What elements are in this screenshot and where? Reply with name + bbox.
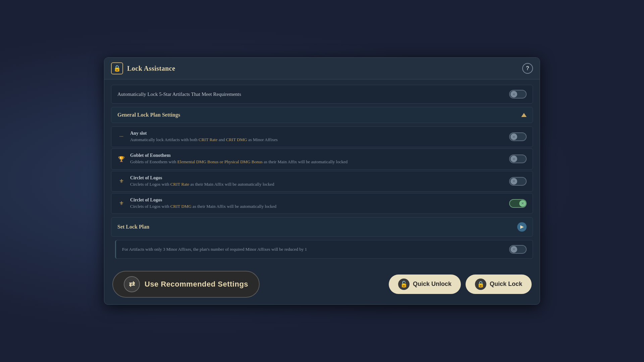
any-slot-toggle-knob bbox=[511, 133, 517, 140]
set-lock-plan-arrow: ▶ bbox=[517, 222, 527, 232]
goblet-item: 🏆 Goblet of Eonothem Goblets of Eonothem… bbox=[111, 148, 533, 169]
recommended-icon: ⇄ bbox=[124, 276, 140, 292]
circlet1-desc: Circlets of Logos with CRIT Rate as thei… bbox=[130, 181, 504, 187]
minor-affixes-text: For Artifacts with only 3 Minor Affixes,… bbox=[122, 247, 504, 252]
circlet1-item: ⚜ Circlet of Logos Circlets of Logos wit… bbox=[111, 171, 533, 192]
circlet1-icon: ⚜ bbox=[117, 178, 125, 184]
circlet1-toggle-knob bbox=[511, 178, 517, 185]
goblet-toggle-knob bbox=[511, 156, 517, 162]
general-lock-title: General Lock Plan Settings bbox=[117, 112, 180, 118]
circlet2-item: ⚜ Circlet of Logos Circlets of Logos wit… bbox=[111, 193, 533, 214]
auto-lock-row: Automatically Lock 5-Star Artifacts That… bbox=[111, 85, 533, 104]
minor-affixes-toggle-knob bbox=[511, 246, 517, 253]
help-button[interactable]: ? bbox=[522, 63, 533, 74]
any-slot-toggle[interactable] bbox=[509, 132, 527, 141]
recommended-label: Use Recommended Settings bbox=[145, 280, 248, 289]
dialog-title: Lock Assistance bbox=[127, 65, 175, 72]
circlet1-toggle[interactable] bbox=[509, 177, 527, 186]
lock-assistance-dialog: 🔒 Lock Assistance ? Automatically Lock 5… bbox=[104, 57, 540, 305]
elemental-dmg-highlight: Elemental DMG Bonus or Physical DMG Bonu… bbox=[177, 159, 263, 164]
goblet-toggle[interactable] bbox=[509, 155, 527, 163]
crit-rate-highlight: CRIT Rate bbox=[199, 137, 217, 142]
quick-unlock-button[interactable]: 🔓 Quick Unlock bbox=[389, 275, 461, 294]
auto-lock-toggle-knob bbox=[511, 91, 517, 98]
any-slot-item: ··· Any slot Automatically lock Artifact… bbox=[111, 126, 533, 147]
goblet-content: Goblet of Eonothem Goblets of Eonothem w… bbox=[130, 153, 504, 165]
header-left: 🔒 Lock Assistance bbox=[111, 62, 175, 74]
goblet-title: Goblet of Eonothem bbox=[130, 153, 504, 158]
dialog-header: 🔒 Lock Assistance ? bbox=[104, 58, 540, 79]
circlet2-toggle[interactable] bbox=[509, 199, 527, 208]
crit-rate-circlet-highlight: CRIT Rate bbox=[170, 182, 189, 187]
goblet-icon: 🏆 bbox=[117, 156, 125, 162]
circlet2-toggle-knob bbox=[519, 200, 526, 207]
quick-lock-button[interactable]: 🔒 Quick Lock bbox=[466, 275, 532, 294]
general-lock-section-header[interactable]: General Lock Plan Settings bbox=[111, 107, 533, 123]
minor-affixes-row: For Artifacts with only 3 Minor Affixes,… bbox=[115, 240, 533, 259]
circlet2-title: Circlet of Logos bbox=[130, 197, 504, 203]
footer-right-buttons: 🔓 Quick Unlock 🔒 Quick Lock bbox=[389, 275, 532, 294]
quick-lock-label: Quick Lock bbox=[490, 281, 522, 288]
auto-lock-text: Automatically Lock 5-Star Artifacts That… bbox=[117, 92, 241, 97]
any-slot-desc: Automatically lock Artifacts with both C… bbox=[130, 137, 504, 143]
any-slot-icon: ··· bbox=[117, 134, 125, 140]
circlet2-content: Circlet of Logos Circlets of Logos with … bbox=[130, 197, 504, 209]
circlet2-icon: ⚜ bbox=[117, 200, 125, 206]
any-slot-content: Any slot Automatically lock Artifacts wi… bbox=[130, 131, 504, 143]
goblet-desc: Goblets of Eonothem with Elemental DMG B… bbox=[130, 159, 504, 165]
quick-unlock-icon: 🔓 bbox=[398, 279, 410, 290]
minor-affixes-toggle[interactable] bbox=[509, 245, 527, 254]
quick-lock-icon: 🔒 bbox=[475, 279, 486, 290]
dialog-body: Automatically Lock 5-Star Artifacts That… bbox=[104, 79, 540, 264]
set-lock-plan-header[interactable]: Set Lock Plan ▶ bbox=[111, 217, 533, 237]
circlet2-desc: Circlets of Logos with CRIT DMG as their… bbox=[130, 203, 504, 209]
dialog-footer: ⇄ Use Recommended Settings 🔓 Quick Unloc… bbox=[104, 264, 540, 304]
any-slot-title: Any slot bbox=[130, 131, 504, 136]
sub-items-list: ··· Any slot Automatically lock Artifact… bbox=[111, 126, 533, 214]
recommended-settings-button[interactable]: ⇄ Use Recommended Settings bbox=[112, 271, 260, 298]
auto-lock-toggle[interactable] bbox=[509, 90, 527, 99]
collapse-icon bbox=[521, 113, 527, 117]
circlet1-content: Circlet of Logos Circlets of Logos with … bbox=[130, 175, 504, 187]
circlet1-title: Circlet of Logos bbox=[130, 175, 504, 181]
crit-dmg-circlet-highlight: CRIT DMG bbox=[170, 204, 192, 209]
crit-dmg-highlight: CRIT DMG bbox=[226, 137, 247, 142]
quick-unlock-label: Quick Unlock bbox=[413, 281, 451, 288]
set-lock-plan-title: Set Lock Plan bbox=[117, 224, 149, 230]
lock-icon: 🔒 bbox=[111, 62, 123, 74]
